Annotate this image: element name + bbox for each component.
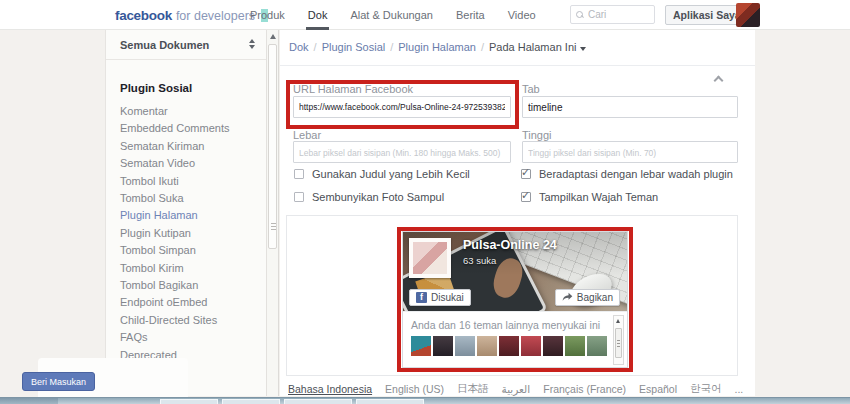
friend-avatar[interactable] — [565, 336, 585, 356]
lang-spanish[interactable]: Español — [639, 383, 677, 395]
sidebar-item-tombol-bagikan[interactable]: Tombol Bagikan — [106, 277, 266, 294]
page-url-input[interactable] — [293, 96, 511, 118]
logo-facebook-text: facebook — [115, 8, 172, 23]
top-navigation: Produk Dok Alat & Dukungan Berita Video — [250, 0, 536, 30]
facebook-f-icon: f — [416, 292, 427, 303]
friend-avatar[interactable] — [543, 336, 563, 356]
sidebar-menu: Komentar Embedded Comments Sematan Kirim… — [106, 103, 266, 364]
feedback-button[interactable]: Beri Masukan — [22, 372, 95, 391]
sidebar-item-child-directed-sites[interactable]: Child-Directed Sites — [106, 312, 266, 329]
friend-avatar[interactable] — [455, 336, 475, 356]
breadcrumb-plugin-halaman[interactable]: Plugin Halaman — [398, 41, 489, 53]
sidebar-item-plugin-halaman[interactable]: Plugin Halaman — [106, 207, 266, 224]
taskbar-button[interactable] — [356, 399, 424, 404]
facebook-developers-page: facebookfor developers Produk Dok Alat &… — [0, 0, 850, 404]
share-button[interactable]: Bagikan — [555, 289, 620, 306]
friend-avatar[interactable] — [411, 336, 431, 356]
my-apps-label: Aplikasi Saya — [673, 9, 741, 21]
friend-avatar[interactable] — [499, 336, 519, 356]
sidebar-item-sematan-video[interactable]: Sematan Video — [106, 155, 266, 172]
width-field-label: Lebar — [293, 129, 321, 141]
sidebar-item-plugin-kutipan[interactable]: Plugin Kutipan — [106, 225, 266, 242]
scrollbar-up-arrow-icon[interactable] — [270, 34, 276, 39]
sidebar-item-tombol-suka[interactable]: Tombol Suka — [106, 190, 266, 207]
divider — [280, 65, 755, 66]
docs-filter-dropdown[interactable]: Semua Dokumen — [106, 30, 266, 60]
breadcrumb-plugin-sosial[interactable]: Plugin Sosial — [322, 41, 399, 53]
nav-alat-dukungan[interactable]: Alat & Dukungan — [350, 0, 433, 30]
taskbar-button[interactable] — [160, 399, 218, 404]
sidebar-item-embedded-comments[interactable]: Embedded Comments — [106, 120, 266, 137]
page-like-count: 63 suka — [463, 255, 496, 266]
taskbar-button[interactable] — [284, 399, 352, 404]
checkbox-show-friend-faces[interactable]: Tampilkan Wajah Teman — [521, 191, 658, 203]
main-content: DokPlugin SosialPlugin HalamanPada Halam… — [280, 30, 755, 396]
height-input[interactable] — [522, 141, 738, 163]
sort-arrows-icon — [249, 39, 255, 49]
sidebar-item-tombol-kirim[interactable]: Tombol Kirim — [106, 260, 266, 277]
breadcrumb-dok[interactable]: Dok — [289, 41, 322, 53]
friends-section: Anda dan 16 teman lainnya menyukai ini — [403, 311, 627, 367]
scrollbar-up-arrow-icon[interactable] — [616, 319, 620, 323]
avatar[interactable] — [736, 3, 760, 27]
sidebar-item-sematan-kiriman[interactable]: Sematan Kiriman — [106, 138, 266, 155]
cover-photo[interactable]: Pulsa-Online 24 63 suka f Disukai Bagika… — [403, 232, 627, 311]
height-field-label: Tinggi — [522, 129, 552, 141]
checkbox-hide-cover[interactable]: Sembunyikan Foto Sampul — [294, 191, 444, 203]
lang-french[interactable]: Français (France) — [543, 383, 626, 395]
lang-more[interactable]: ... — [735, 383, 744, 395]
scrollbar-thumb[interactable] — [268, 44, 277, 249]
collapse-chevron-up-icon[interactable] — [714, 76, 724, 86]
sidebar-item-faqs[interactable]: FAQs — [106, 329, 266, 346]
checkbox-checked-icon — [521, 169, 531, 179]
logo-for-developers-text: for developers — [176, 9, 255, 23]
checkbox-label: Tampilkan Wajah Teman — [539, 191, 658, 203]
social-context-text: Anda dan 16 teman lainnya menyukai ini — [411, 319, 600, 331]
page-profile-picture[interactable] — [409, 238, 451, 278]
scrollbar-grip-icon — [271, 223, 276, 230]
friend-avatar[interactable] — [433, 336, 453, 356]
nav-video[interactable]: Video — [508, 0, 536, 30]
checkbox-adapt-width[interactable]: Beradaptasi dengan lebar wadah plugin — [521, 168, 733, 180]
friend-avatar[interactable] — [521, 336, 541, 356]
checkbox-label: Gunakan Judul yang Lebih Kecil — [312, 168, 470, 180]
friend-avatar[interactable] — [587, 336, 607, 356]
page-name[interactable]: Pulsa-Online 24 — [463, 238, 557, 252]
sidebar-item-komentar[interactable]: Komentar — [106, 103, 266, 120]
tab-field-label: Tab — [522, 83, 540, 95]
breadcrumb: DokPlugin SosialPlugin HalamanPada Halam… — [289, 41, 586, 53]
taskbar-start-segment — [0, 398, 58, 404]
width-input[interactable] — [293, 141, 511, 163]
lang-korean[interactable]: 한국어 — [690, 382, 722, 396]
scrollbar-thumb[interactable] — [615, 328, 622, 358]
nav-dok[interactable]: Dok — [308, 0, 328, 30]
like-button-label: Disukai — [431, 292, 464, 303]
language-selector: Bahasa Indonesia English (US) 日本語 العربي… — [288, 382, 743, 396]
nav-berita[interactable]: Berita — [456, 0, 485, 30]
sidebar-item-tombol-simpan[interactable]: Tombol Simpan — [106, 242, 266, 259]
lang-arabic[interactable]: العربية — [502, 383, 531, 395]
lang-english-us[interactable]: English (US) — [385, 383, 444, 395]
search-input[interactable] — [588, 9, 648, 20]
breadcrumb-on-this-page[interactable]: Pada Halaman Ini — [489, 41, 576, 53]
checkbox-icon — [294, 192, 304, 202]
nav-produk[interactable]: Produk — [250, 0, 285, 30]
sidebar-item-tombol-ikuti[interactable]: Tombol Ikuti — [106, 173, 266, 190]
search-box[interactable] — [570, 5, 655, 24]
top-navbar: facebookfor developers Produk Dok Alat &… — [0, 0, 850, 30]
sidebar-item-endpoint-oembed[interactable]: Endpoint oEmbed — [106, 294, 266, 311]
like-button[interactable]: f Disukai — [409, 289, 471, 306]
logo[interactable]: facebookfor developers — [115, 0, 268, 30]
docs-sidebar: Semua Dokumen Plugin Sosial Komentar Emb… — [105, 30, 266, 396]
tab-input[interactable] — [522, 96, 738, 118]
taskbar-button[interactable] — [222, 399, 280, 404]
lang-japanese[interactable]: 日本語 — [457, 382, 489, 396]
os-taskbar[interactable] — [0, 397, 850, 404]
checkbox-smaller-header[interactable]: Gunakan Judul yang Lebih Kecil — [294, 168, 470, 180]
chevron-down-icon — [580, 47, 586, 51]
friend-avatar[interactable] — [477, 336, 497, 356]
plugin-scrollbar[interactable] — [613, 315, 624, 365]
lang-bahasa-indonesia[interactable]: Bahasa Indonesia — [288, 383, 372, 395]
sidebar-scrollbar[interactable] — [266, 30, 279, 396]
checkbox-label: Beradaptasi dengan lebar wadah plugin — [539, 168, 733, 180]
